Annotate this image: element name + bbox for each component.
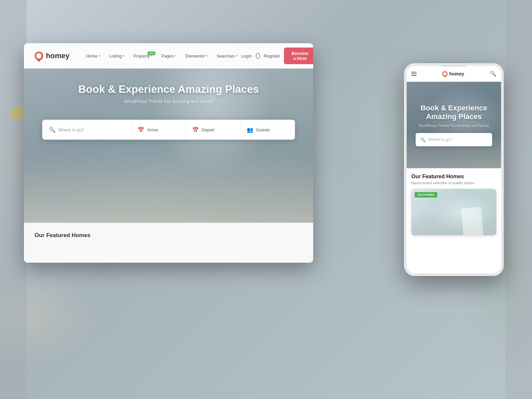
calendar-icon: 📅 — [138, 127, 144, 133]
nav-item-elementor[interactable]: Elementor ▾ — [182, 52, 211, 61]
nav-links: Home ▾ Listing ▾ new Property ▾ Pages ▾ … — [83, 52, 241, 61]
guests-icon: 👥 — [247, 127, 253, 133]
mobile-search-placeholder: Where to go? — [428, 137, 452, 142]
arrive-field[interactable]: 📅 Arrive — [132, 120, 186, 140]
nav-item-listing[interactable]: Listing ▾ — [106, 52, 128, 61]
mobile-featured-section: Our Featured Homes Hand-picked selection… — [407, 168, 501, 239]
mobile-hero: Book & Experience Amazing Places WordPre… — [407, 82, 501, 168]
mobile-search-icon[interactable]: 🔍 — [490, 70, 496, 77]
where-to-go-field[interactable]: 🔍 Where to go? — [42, 120, 132, 140]
featured-section: Our Featured Homes — [24, 223, 313, 263]
nav-item-property[interactable]: new Property ▾ — [130, 52, 156, 61]
mobile-search-bar[interactable]: 🔍 Where to go? — [416, 133, 492, 146]
featured-title: Our Featured Homes — [35, 232, 303, 239]
hero-title: Book & Experience Amazing Places — [24, 83, 313, 95]
user-circle-icon — [256, 53, 260, 59]
register-link[interactable]: Register — [264, 54, 280, 59]
mobile-logo-icon — [441, 70, 449, 77]
mobile-logo-text: homey — [449, 71, 464, 76]
navbar: homey Home ▾ Listing ▾ new Property ▾ Pa… — [24, 43, 313, 68]
mobile-featured-subtitle: Hand-picked selection of quality places — [411, 181, 496, 185]
logo-icon — [33, 50, 45, 62]
chevron-down-icon: ▾ — [236, 54, 238, 58]
mobile-search-icon: 🔍 — [420, 137, 426, 142]
hamburger-icon[interactable] — [411, 72, 417, 76]
mobile-property-card[interactable]: FEATURED — [411, 189, 496, 235]
become-host-button[interactable]: Become a Host — [284, 48, 313, 64]
property-card-image: FEATURED — [411, 189, 496, 235]
logo-text: homey — [46, 52, 69, 60]
chevron-down-icon: ▾ — [99, 54, 101, 58]
mobile-mockup: homey 🔍 Book & Experience Amazing Places… — [404, 63, 504, 276]
nav-actions: Login Register Become a Host — [241, 48, 313, 64]
mobile-hero-title: Book & Experience Amazing Places — [413, 104, 494, 121]
hero-subtitle: WordPress Theme For Booking and Rental — [24, 99, 313, 104]
guests-field[interactable]: 👥 Guests — [241, 120, 295, 140]
chevron-down-icon: ▾ — [123, 54, 125, 58]
arrive-label: Arrive — [147, 127, 158, 132]
depart-field[interactable]: 📅 Depart — [186, 120, 241, 140]
hero-text: Book & Experience Amazing Places WordPre… — [24, 83, 313, 104]
featured-badge: FEATURED — [415, 192, 437, 198]
guests-label: Guests — [256, 127, 270, 132]
nav-item-pages[interactable]: Pages ▾ — [158, 52, 180, 61]
login-link[interactable]: Login — [241, 54, 252, 59]
calendar-icon: 📅 — [192, 127, 199, 133]
nav-item-searches[interactable]: Searches ▾ — [213, 52, 241, 61]
site-logo[interactable]: homey — [35, 52, 69, 60]
where-placeholder: Where to go? — [58, 127, 84, 132]
desktop-mockup: homey Home ▾ Listing ▾ new Property ▾ Pa… — [24, 43, 313, 263]
new-badge: new — [148, 52, 156, 55]
mobile-featured-title: Our Featured Homes — [411, 174, 496, 180]
mobile-hero-subtitle: WordPress Theme For Booking and Rental — [419, 124, 489, 128]
chevron-down-icon: ▾ — [175, 54, 177, 58]
hero-section: Book & Experience Amazing Places WordPre… — [24, 43, 313, 223]
chevron-down-icon: ▾ — [206, 54, 208, 58]
blur-left-overlay — [0, 0, 27, 399]
search-icon: 🔍 — [49, 127, 56, 133]
blur-right-overlay — [505, 0, 532, 399]
mobile-logo[interactable]: homey — [442, 71, 464, 76]
mobile-navbar: homey 🔍 — [407, 66, 501, 82]
search-bar: 🔍 Where to go? 📅 Arrive 📅 Depart 👥 Guest… — [42, 120, 295, 140]
depart-label: Depart — [201, 127, 214, 132]
nav-item-home[interactable]: Home ▾ — [83, 52, 104, 61]
